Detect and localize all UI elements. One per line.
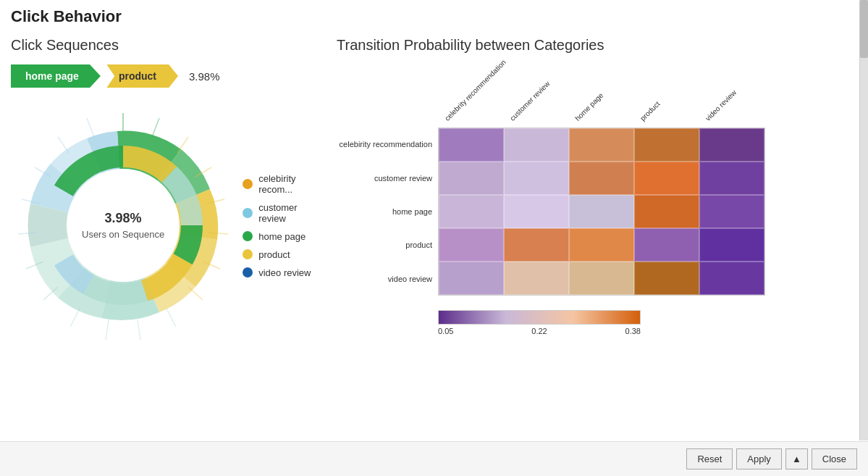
cell-3-0 (439, 228, 504, 262)
legend-item-video-review: video review (243, 267, 322, 278)
legend-item-customer-review: customer review (243, 202, 322, 224)
apply-button[interactable]: Apply (736, 448, 782, 469)
svg-line-17 (58, 137, 69, 153)
donut-chart-area: 3.98% Users on Sequence (11, 102, 235, 348)
cell-2-0 (439, 195, 504, 228)
sequence-percent: 3.98% (189, 70, 220, 83)
legend-item-celebrity: celebirity recom... (243, 173, 322, 195)
scrollbar-thumb[interactable] (860, 0, 868, 58)
scale-labels: 0.05 0.22 0.38 (438, 327, 641, 335)
cell-2-4 (699, 195, 764, 228)
svg-line-2 (177, 137, 188, 153)
col-label-home-page: home page (572, 61, 637, 126)
row-label-0: celebirity recommendation (337, 128, 438, 161)
cell-3-3 (634, 228, 699, 262)
row-label-2: home page (337, 195, 438, 228)
cell-1-2 (569, 162, 634, 195)
legend-dot-home-page (243, 231, 253, 241)
row-label-3: product (337, 228, 438, 262)
reset-button[interactable]: Reset (686, 448, 733, 469)
cell-4-4 (699, 262, 764, 295)
cell-0-2 (569, 128, 634, 162)
legend-label-celebrity: celebirity recom... (258, 173, 322, 195)
scrollbar[interactable] (859, 0, 868, 440)
cell-3-1 (504, 228, 569, 262)
content-area: Click Sequences home page product 3.98% (11, 37, 857, 469)
scale-min: 0.05 (438, 327, 453, 335)
legend-label-video-review: video review (258, 267, 311, 278)
col-labels: celebrity recommendation customer review… (442, 61, 767, 126)
right-panel: Transition Probability between Categorie… (337, 37, 857, 469)
legend: celebirity recom... customer review home… (243, 173, 322, 278)
svg-line-9 (138, 320, 140, 340)
cell-1-4 (699, 162, 764, 195)
col-labels-area: celebrity recommendation customer review… (442, 61, 857, 126)
legend-dot-product (243, 249, 253, 259)
cell-4-1 (504, 262, 569, 295)
sequence-bar: home page product 3.98% (11, 64, 322, 88)
heatmap-body: celebirity recommendation customer revie… (337, 128, 857, 296)
cell-1-1 (504, 162, 569, 195)
cell-2-3 (634, 195, 699, 228)
legend-dot-video-review (243, 267, 253, 277)
click-sequences-title: Click Sequences (11, 37, 322, 54)
arrow-button[interactable]: ▲ (785, 448, 808, 469)
row-label-1: customer review (337, 162, 438, 195)
legend-label-customer-review: customer review (258, 202, 322, 224)
cell-0-1 (504, 128, 569, 162)
col-label-celebrity: celebrity recommendation (442, 61, 507, 126)
cell-1-3 (634, 162, 699, 195)
legend-item-home-page: home page (243, 231, 322, 242)
cell-2-2 (569, 195, 634, 228)
cell-4-2 (569, 262, 634, 295)
close-button[interactable]: Close (812, 448, 857, 469)
svg-line-10 (106, 320, 109, 340)
heatmap-container: celebrity recommendation customer review… (337, 61, 857, 469)
cell-0-3 (634, 128, 699, 162)
svg-line-18 (87, 118, 94, 137)
row-label-4: video review (337, 262, 438, 296)
cell-3-4 (699, 228, 764, 262)
svg-line-1 (152, 118, 159, 137)
legend-label-home-page: home page (258, 231, 306, 242)
scale-bar (438, 310, 641, 325)
color-scale: 0.05 0.22 0.38 (438, 310, 857, 335)
legend-dot-customer-review (243, 208, 253, 218)
left-panel: Click Sequences home page product 3.98% (11, 37, 322, 469)
svg-line-7 (188, 287, 203, 300)
heatmap-grid (438, 128, 765, 296)
legend-label-product: product (258, 249, 290, 260)
cell-2-1 (504, 195, 569, 228)
svg-line-11 (70, 309, 80, 327)
col-label-product: product (637, 61, 702, 126)
cell-1-0 (439, 162, 504, 195)
legend-dot-celebrity (243, 179, 253, 189)
seq-node-product[interactable]: product (101, 64, 178, 88)
cell-3-2 (569, 228, 634, 262)
page-title: Click Behavior (11, 7, 857, 26)
bottom-bar: Reset Apply ▲ Close (0, 441, 868, 476)
col-label-customer-review: customer review (507, 61, 572, 126)
row-labels: celebirity recommendation customer revie… (337, 128, 438, 296)
col-label-video-review: video review (702, 61, 767, 126)
legend-item-product: product (243, 249, 322, 260)
svg-point-23 (67, 169, 180, 282)
seq-node-home[interactable]: home page (11, 64, 101, 88)
donut-svg (11, 102, 243, 341)
scale-max: 0.38 (625, 327, 641, 335)
cell-0-4 (699, 128, 764, 162)
cell-4-3 (634, 262, 699, 295)
transition-title: Transition Probability between Categorie… (337, 37, 857, 54)
svg-line-8 (167, 309, 176, 327)
main-container: Click Behavior Click Sequences home page… (0, 0, 868, 476)
cell-0-0 (439, 128, 504, 162)
cell-4-0 (439, 262, 504, 295)
scale-mid: 0.22 (531, 327, 547, 335)
